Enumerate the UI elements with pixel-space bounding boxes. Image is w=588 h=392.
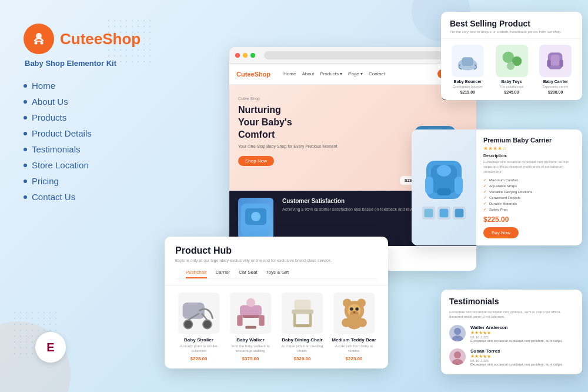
elementor-icon: E bbox=[46, 341, 54, 354]
browser-bar bbox=[229, 47, 476, 64]
satisfaction-image bbox=[238, 198, 273, 239]
best-product-bouncer: Baby Bouncer Comfortable bouncer $219.00 bbox=[448, 45, 487, 94]
testimonial-avatar-1 bbox=[449, 325, 466, 341]
best-img-toys bbox=[496, 45, 528, 77]
nav-link-store-location[interactable]: Store Location bbox=[32, 160, 89, 170]
premium-details: Premium Baby Carrier ★★★★☆ Description: … bbox=[476, 129, 582, 245]
premium-price: $225.00 bbox=[483, 215, 575, 224]
navigation-list: Home About Us Products Product Details T… bbox=[24, 81, 153, 202]
nav-link-about[interactable]: About Us bbox=[32, 97, 68, 107]
hub-tab-toys[interactable]: Toys & Gift bbox=[266, 267, 289, 278]
best-selling-title: Best Selling Product bbox=[450, 19, 573, 28]
hub-title: Product Hub bbox=[175, 245, 377, 256]
product-img-stroller bbox=[178, 293, 219, 334]
svg-point-39 bbox=[350, 307, 353, 311]
testimonial-text-1: Excepteur sint occaecat cupidatat non pr… bbox=[470, 339, 574, 344]
svg-point-49 bbox=[506, 62, 514, 70]
testimonial-info-2: Susan Torres ★★★★★ 06-16-2025 Excepteur … bbox=[470, 348, 574, 367]
add-to-cart-button[interactable]: Buy Now bbox=[483, 227, 519, 238]
inner-nav-about: About bbox=[302, 71, 314, 77]
svg-rect-56 bbox=[425, 177, 433, 194]
browser-dot-green bbox=[250, 53, 255, 58]
testimonial-text-2: Excepteur sint occaecat cupidatat non pr… bbox=[470, 363, 574, 367]
hero-subtitle: Your One-Stop Baby Shop for Every Precio… bbox=[238, 144, 385, 148]
hub-tab-pushchair[interactable]: Pushchair bbox=[186, 267, 207, 278]
svg-rect-26 bbox=[242, 315, 259, 318]
hub-tab-carseat[interactable]: Car Seat bbox=[239, 267, 258, 278]
premium-thumb-3[interactable] bbox=[453, 207, 466, 220]
best-product-desc-toys: Fun colorful toys bbox=[492, 85, 532, 88]
svg-rect-25 bbox=[259, 315, 264, 326]
product-img-walker bbox=[230, 293, 271, 334]
best-img-bouncer bbox=[452, 45, 484, 77]
nav-link-home[interactable]: Home bbox=[32, 81, 55, 91]
svg-rect-62 bbox=[455, 208, 464, 217]
testimonials-title: Testimonials bbox=[449, 297, 574, 306]
nav-item-contact[interactable]: Contact Us bbox=[24, 192, 153, 202]
product-img-chair bbox=[282, 293, 323, 334]
svg-point-17 bbox=[251, 212, 260, 221]
svg-rect-33 bbox=[295, 324, 309, 327]
best-product-desc-carrier: Ergonomic carrier bbox=[536, 85, 575, 88]
best-product-carrier: Baby Carrier Ergonomic carrier $280.00 bbox=[536, 45, 575, 94]
premium-carrier-card: Premium Baby Carrier ★★★★☆ Description: … bbox=[412, 129, 582, 245]
hero-title: Nurturing Your Baby's Comfort bbox=[238, 104, 385, 141]
best-product-price-toys: $245.00 bbox=[492, 90, 532, 94]
best-product-name-bouncer: Baby Bouncer bbox=[448, 79, 487, 84]
inner-nav-links: Home About Products ▾ Page ▾ Contact bbox=[283, 71, 430, 77]
product-desc-chair: A unique pick from feeding chairs bbox=[279, 344, 326, 354]
best-selling-header: Best Selling Product For the very best i… bbox=[441, 12, 582, 39]
svg-rect-60 bbox=[425, 208, 433, 217]
hub-description: Explore only at our legendary exclusivel… bbox=[175, 258, 377, 263]
premium-description: Excepteur sint occaecat cupidatat non pr… bbox=[483, 160, 575, 174]
product-name-stroller: Baby Stroller bbox=[175, 337, 222, 343]
nav-item-pricing[interactable]: Pricing bbox=[24, 176, 153, 186]
product-name-teddy: Medium Teddy Bear bbox=[330, 337, 377, 343]
inner-nav-home: Home bbox=[283, 71, 296, 77]
inner-nav-products: Products ▾ bbox=[320, 71, 342, 77]
svg-rect-52 bbox=[547, 59, 551, 67]
nav-link-pricing[interactable]: Pricing bbox=[32, 176, 59, 186]
hero-text: Cutee Shop Nurturing Your Baby's Comfort… bbox=[229, 85, 394, 191]
svg-rect-53 bbox=[560, 59, 564, 67]
address-bar bbox=[264, 51, 470, 59]
hero-cta-button[interactable]: Shop Now bbox=[238, 156, 274, 166]
svg-point-67 bbox=[454, 351, 461, 358]
logo-part2: Shop bbox=[102, 30, 141, 48]
nav-item-testimonials[interactable]: Testimonials bbox=[24, 144, 153, 154]
testimonials-description: Excepteur sint occaecat cupidatat non pr… bbox=[449, 310, 574, 320]
feature-item-safety: Safety Prep bbox=[483, 207, 575, 212]
testimonial-stars-2: ★★★★★ bbox=[470, 354, 574, 359]
tagline: Baby Shop Elementor Kit bbox=[25, 59, 153, 68]
best-product-name-carrier: Baby Carrier bbox=[536, 79, 575, 84]
nav-link-contact[interactable]: Contact Us bbox=[32, 192, 75, 202]
nav-link-products[interactable]: Products bbox=[32, 112, 66, 122]
hub-header: Product Hub Explore only at our legendar… bbox=[165, 237, 388, 285]
svg-rect-30 bbox=[291, 310, 313, 314]
nav-item-home[interactable]: Home bbox=[24, 81, 153, 91]
logo-icon bbox=[24, 24, 54, 54]
hub-tab-carrier[interactable]: Carrier bbox=[216, 267, 230, 278]
nav-item-store-location[interactable]: Store Location bbox=[24, 160, 153, 170]
product-hub-card: Product Hub Explore only at our legendar… bbox=[165, 237, 388, 368]
testimonial-item-1: Walter Anderson ★★★★★ 06-16-2025 Excepte… bbox=[449, 325, 574, 344]
nav-bullet bbox=[24, 84, 27, 88]
premium-thumb-2[interactable] bbox=[437, 207, 450, 220]
product-desc-teddy: A cute pick from baby to receive bbox=[330, 344, 377, 354]
inner-logo-part2: Shop bbox=[255, 71, 271, 78]
testimonials-card: Testimonials Excepteur sint occaecat cup… bbox=[441, 290, 582, 374]
product-name-walker: Baby Walker bbox=[227, 337, 274, 343]
premium-thumb-1[interactable] bbox=[422, 207, 435, 220]
best-product-desc-bouncer: Comfortable bouncer bbox=[448, 85, 487, 88]
product-card-teddy: Medium Teddy Bear A cute pick from baby … bbox=[330, 293, 377, 361]
premium-description-label: Description: bbox=[483, 154, 575, 158]
nav-item-products[interactable]: Products bbox=[24, 112, 153, 122]
svg-rect-51 bbox=[551, 55, 560, 65]
inner-nav-page: Page ▾ bbox=[348, 71, 363, 77]
nav-item-about[interactable]: About Us bbox=[24, 97, 153, 107]
hub-filter-tabs: Pushchair Carrier Car Seat Toys & Gift bbox=[175, 267, 377, 279]
nav-item-product-details[interactable]: Product Details bbox=[24, 128, 153, 138]
nav-link-product-details[interactable]: Product Details bbox=[32, 128, 92, 138]
inner-nav-contact: Contact bbox=[369, 71, 385, 77]
nav-link-testimonials[interactable]: Testimonials bbox=[32, 144, 81, 154]
